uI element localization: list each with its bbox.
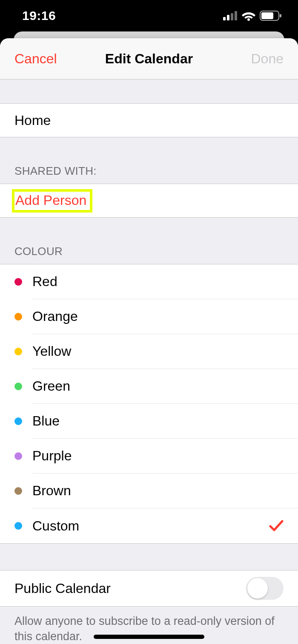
wifi-icon: [242, 11, 255, 21]
public-calendar-row[interactable]: Public Calendar: [0, 570, 298, 607]
svg-rect-0: [223, 17, 226, 20]
colour-dot-icon: [14, 417, 22, 425]
colour-row-brown[interactable]: Brown: [0, 474, 298, 508]
checkmark-icon: [269, 519, 284, 532]
colour-row-blue[interactable]: Blue: [0, 404, 298, 439]
colour-row-green[interactable]: Green: [0, 369, 298, 404]
calendar-name-value: Home: [14, 113, 51, 128]
colour-dot-icon: [14, 452, 22, 460]
colour-dot-icon: [14, 313, 22, 321]
svg-rect-7: [280, 14, 281, 17]
colour-list: RedOrangeYellowGreenBluePurpleBrownCusto…: [0, 264, 298, 544]
colour-label: Custom: [32, 518, 269, 534]
colour-dot-icon: [14, 348, 22, 355]
add-person-row[interactable]: Add Person: [0, 184, 298, 218]
colour-label: Blue: [32, 413, 284, 429]
done-button[interactable]: Done: [251, 51, 284, 67]
switch-knob: [247, 578, 268, 599]
colour-label: Green: [32, 378, 284, 394]
svg-rect-3: [235, 11, 237, 20]
colour-label: Purple: [32, 448, 284, 464]
calendar-name-field[interactable]: Home: [0, 103, 298, 137]
colour-header: COLOUR: [0, 245, 298, 264]
shared-with-header: SHARED WITH:: [0, 165, 298, 184]
colour-label: Yellow: [32, 343, 284, 359]
status-icons: [223, 11, 282, 21]
colour-dot-icon: [14, 487, 22, 495]
public-calendar-switch[interactable]: [246, 577, 284, 600]
add-person-highlight: Add Person: [12, 189, 92, 213]
colour-label: Red: [32, 274, 284, 289]
cellular-icon: [223, 11, 238, 20]
edit-calendar-sheet: Cancel Edit Calendar Done Home SHARED WI…: [0, 38, 298, 644]
battery-icon: [260, 11, 282, 21]
colour-row-yellow[interactable]: Yellow: [0, 334, 298, 369]
colour-label: Orange: [32, 309, 284, 324]
cancel-button[interactable]: Cancel: [14, 51, 57, 67]
colour-dot-icon: [14, 522, 22, 530]
svg-point-4: [247, 18, 250, 21]
svg-rect-1: [227, 15, 229, 20]
home-indicator[interactable]: [94, 635, 204, 639]
colour-label: Brown: [32, 483, 284, 499]
svg-rect-2: [231, 13, 233, 20]
colour-row-red[interactable]: Red: [0, 264, 298, 299]
status-bar: 19:16: [0, 0, 298, 31]
status-time: 19:16: [22, 9, 56, 23]
colour-dot-icon: [14, 278, 22, 286]
nav-bar: Cancel Edit Calendar Done: [0, 38, 298, 79]
public-calendar-label: Public Calendar: [14, 581, 111, 596]
colour-row-purple[interactable]: Purple: [0, 439, 298, 474]
add-person-label: Add Person: [15, 193, 86, 208]
svg-rect-6: [261, 12, 273, 19]
colour-row-orange[interactable]: Orange: [0, 299, 298, 334]
colour-row-custom[interactable]: Custom: [0, 508, 298, 543]
colour-dot-icon: [14, 383, 22, 390]
